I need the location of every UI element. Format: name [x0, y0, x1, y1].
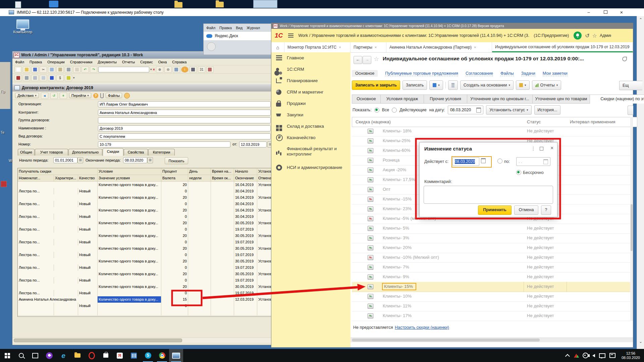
skype-taskbar-button[interactable]: S: [141, 349, 155, 362]
tab-3[interactable]: Акинина Наталья Александровна (Партнер)×: [386, 42, 492, 52]
grid-cell[interactable]: Акинина Наталья Александровна: [18, 296, 98, 303]
scroll-up-arrow[interactable]: ⌃: [637, 17, 644, 22]
grid-cell[interactable]: [188, 309, 211, 316]
grid-cell[interactable]: [54, 252, 78, 258]
grid-cell[interactable]: Начало: [234, 168, 257, 175]
grid-cell[interactable]: Установк: [257, 220, 272, 227]
grid-cell[interactable]: 0: [161, 188, 188, 195]
grid-cell[interactable]: Новый: [78, 214, 98, 220]
sidebar-item[interactable]: Финансовый результат и контроллинг: [271, 143, 351, 160]
nav-link[interactable]: Задачи: [521, 71, 535, 76]
grid-cell[interactable]: 20: [161, 194, 188, 201]
reread-icon[interactable]: ◄: [41, 93, 48, 99]
grid-cell[interactable]: [234, 309, 257, 316]
grid-cell[interactable]: [54, 239, 78, 246]
grid-cell[interactable]: 0: [161, 252, 188, 258]
start-taskbar-button[interactable]: [0, 349, 14, 362]
menu-item[interactable]: Сервис: [138, 60, 156, 64]
grid-cell[interactable]: [54, 214, 78, 220]
tab-1[interactable]: Монитор Портала 1С:ИТС×: [284, 42, 351, 52]
radio-acting[interactable]: [392, 108, 397, 113]
nav-link[interactable]: Мои заметки: [543, 71, 568, 76]
chrome-taskbar-button[interactable]: [155, 349, 169, 362]
duplicate-icon[interactable]: [173, 66, 180, 73]
list-item[interactable]: %Клиенты- 18%Не действует: [352, 126, 630, 136]
grid-cell[interactable]: [18, 271, 98, 278]
notifications-icon[interactable]: [574, 32, 582, 40]
tray-expand-icon[interactable]: [565, 354, 570, 359]
grid-cell[interactable]: [188, 233, 211, 239]
grid-cell[interactable]: [257, 252, 272, 258]
grid-cell[interactable]: [188, 201, 211, 207]
grid-cell[interactable]: 30.04.2019: [234, 214, 257, 220]
subtab-1[interactable]: Основное: [352, 95, 381, 104]
apply-button[interactable]: Применить: [478, 205, 512, 215]
grid-cell[interactable]: [211, 264, 234, 271]
grid-cell[interactable]: [211, 226, 234, 233]
save-close-button[interactable]: Записать и закрыть: [352, 80, 400, 90]
grid-cell[interactable]: [98, 252, 161, 258]
open-icon[interactable]: [23, 66, 30, 73]
grid-cell[interactable]: Новый: [78, 252, 98, 258]
yandex-disk-row[interactable]: Яндекс.Диск: [204, 31, 271, 40]
zoom-out-icon[interactable]: ⊖: [164, 66, 172, 73]
grid-cell[interactable]: [18, 303, 54, 309]
goto-button[interactable]: Перейти▾: [69, 93, 91, 98]
history-button[interactable]: История...: [534, 105, 561, 115]
clear-search-icon[interactable]: ×: [153, 67, 155, 71]
grid-cell[interactable]: [188, 303, 211, 309]
grid-cell[interactable]: Получатель скидки: [18, 168, 98, 175]
grid-cell[interactable]: [18, 207, 98, 214]
subtab-5[interactable]: Уточнение цен по товарам: [533, 95, 590, 104]
grid-cell[interactable]: [211, 245, 234, 252]
tab-Свойства[interactable]: Свойства: [124, 149, 148, 156]
grid-cell[interactable]: [98, 290, 161, 297]
field-input[interactable]: Договор 2019: [98, 125, 271, 131]
grid-cell[interactable]: [98, 226, 161, 233]
grid-cell[interactable]: [211, 309, 234, 316]
grid-cell[interactable]: Люстра по...: [18, 290, 54, 297]
grid-cell[interactable]: 20: [161, 284, 188, 290]
grid-cell[interactable]: 19.07.2019: [234, 290, 257, 297]
grid-cell[interactable]: Количество одного товара в доку...: [98, 233, 161, 239]
assistant-icon[interactable]: [583, 353, 588, 358]
forever-radio[interactable]: [516, 170, 521, 175]
grid-cell[interactable]: Люстра по...: [18, 201, 54, 207]
field-input[interactable]: С покупателем: [98, 133, 271, 139]
grid-cell[interactable]: [257, 201, 272, 207]
info-icon[interactable]: i: [181, 66, 189, 73]
grid-cell[interactable]: Новый: [78, 303, 98, 309]
cancel-button[interactable]: Отмена: [514, 205, 538, 215]
grid-cell[interactable]: [211, 239, 234, 246]
grid-cell[interactable]: [161, 309, 188, 316]
grid-cell[interactable]: [188, 214, 211, 220]
grid-cell[interactable]: 30.04.2019: [234, 201, 257, 207]
grid-cell[interactable]: 0: [161, 277, 188, 284]
grid-cell[interactable]: 19.07.2019: [234, 239, 257, 246]
document-actions-button[interactable]: ▾: [516, 80, 530, 90]
grid-cell[interactable]: [188, 182, 211, 188]
scroll-down-arrow[interactable]: ⌄: [637, 339, 644, 344]
calculator-icon[interactable]: [190, 66, 197, 73]
grid-cell[interactable]: [54, 201, 78, 207]
copy-icon[interactable]: [48, 66, 55, 73]
grid-cell[interactable]: [234, 303, 257, 309]
grid-cell[interactable]: Окончание: [234, 175, 257, 182]
grid-cell[interactable]: [211, 188, 234, 195]
store-taskbar-button[interactable]: [99, 349, 113, 362]
column-header-discount[interactable]: Скидка (наценка): [352, 117, 531, 127]
grid-cell[interactable]: 16.04.2019: [234, 207, 257, 214]
more-icon[interactable]: ⋮: [531, 146, 536, 151]
grid-cell[interactable]: Люстра по...: [18, 188, 54, 195]
print-preview-icon[interactable]: [73, 66, 80, 73]
grid-cell[interactable]: Установк: [257, 182, 272, 188]
grid-cell[interactable]: Новый: [78, 277, 98, 284]
grid-cell[interactable]: Установк: [257, 296, 272, 303]
grid-cell[interactable]: Количество одного товара в доку...: [98, 296, 161, 303]
menu-item[interactable]: Операции: [45, 60, 67, 64]
field-input[interactable]: 10-179: [98, 141, 230, 147]
grid-cell[interactable]: Новый: [78, 290, 98, 297]
grid-cell[interactable]: Качество: [78, 175, 98, 182]
grid-cell[interactable]: [188, 296, 211, 303]
close-icon[interactable]: ×: [550, 145, 553, 151]
